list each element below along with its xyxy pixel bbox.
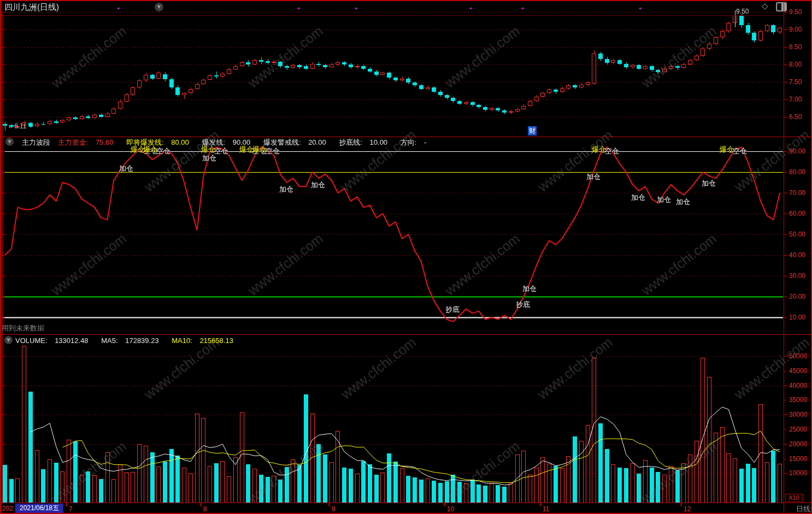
- volume-unit-label: X10: [785, 494, 803, 502]
- volume-axis-label: 25000: [789, 426, 807, 433]
- diamond-icon[interactable]: ◇: [762, 1, 768, 11]
- soon-burst-line: 即将爆发线: 80.00: [126, 138, 195, 146]
- month-label: 7: [69, 505, 73, 513]
- marker-dot: [117, 8, 119, 9]
- burst-line: 爆发线: 90.00: [202, 138, 256, 146]
- signal-kongcang: 空仓: [733, 147, 747, 155]
- signal-baocang: 爆仓: [143, 146, 157, 153]
- page-title: 四川九洲(日线): [4, 2, 59, 13]
- signal-jiacang: 加仓: [279, 186, 293, 193]
- volume-axis-label: 45000: [789, 368, 807, 374]
- direction: 方向: -: [401, 138, 432, 146]
- signal-jiacang: 加仓: [586, 173, 601, 181]
- collapse-indicator-icon[interactable]: ▼: [5, 138, 14, 146]
- volume-axis-label: 10000: [789, 470, 807, 476]
- future-data-note: 用到未来数据: [2, 323, 44, 333]
- indicator-header: 主力波段 主力资金: 75.60 即将爆发线: 80.00 爆发线: 90.00…: [22, 138, 437, 146]
- signal-kongcang: 空仓: [214, 147, 228, 155]
- finance-news-badge[interactable]: 财: [528, 126, 537, 135]
- marker-dot: [522, 8, 523, 9]
- chevron-down-icon[interactable]: ▼: [155, 3, 163, 11]
- volume-header: VOLUME: 133012.48 MA5: 172839.23 MA10: 2…: [15, 336, 244, 345]
- signal-baocang: 爆仓: [720, 146, 734, 153]
- signal-kongcang: 空仓: [266, 147, 280, 155]
- price-axis-label: 7.00: [789, 96, 802, 103]
- indicator-axis-label: 90.00: [789, 148, 805, 155]
- price-axis-label: 9.00: [789, 26, 802, 33]
- indicator-axis-label: 40.00: [789, 252, 805, 258]
- low-price-annotation: ←6.11: [8, 122, 26, 130]
- chart-canvas[interactable]: [0, 0, 812, 514]
- indicator-axis-label: 60.00: [789, 210, 805, 217]
- bottom-line: 抄底线: 10.00: [339, 138, 393, 146]
- volume-axis-label: 15000: [789, 456, 807, 462]
- month-label: 12: [684, 505, 691, 513]
- signal-jiacang: 加仓: [119, 165, 133, 173]
- fund-reading: 主力资金: 75.60: [58, 138, 119, 146]
- panel-divider-3: [0, 503, 812, 503]
- volume-axis-label: 50000: [789, 353, 807, 359]
- indicator-axis-label: 20.00: [789, 293, 805, 300]
- volume-reading: VOLUME: 133012.48: [15, 336, 94, 345]
- signal-jiacang: 加仓: [522, 285, 537, 293]
- signal-jiacang: 加仓: [202, 155, 216, 162]
- month-label: 10: [447, 505, 454, 513]
- ma10-reading: MA10: 215658.13: [172, 336, 239, 345]
- indicator-axis-label: 10.00: [789, 314, 805, 321]
- volume-axis-label: 35000: [789, 397, 807, 403]
- marker-dot: [298, 8, 299, 9]
- signal-baocang: 爆仓: [239, 146, 254, 153]
- marker-dot: [470, 8, 472, 9]
- signal-baocang: 爆仓: [201, 146, 215, 153]
- high-price-annotation: 9.50: [736, 8, 749, 15]
- indicator-axis-label: 80.00: [789, 169, 805, 175]
- collapse-volume-icon[interactable]: ▼: [4, 336, 13, 344]
- price-axis-label: 9.50: [789, 9, 802, 15]
- price-axis-label: 6.50: [789, 114, 802, 120]
- titlebar-divider: [0, 15, 784, 16]
- indicator-axis-label: 70.00: [789, 190, 805, 196]
- period-label[interactable]: 日线: [796, 504, 810, 514]
- indicator-axis-label: 30.00: [789, 273, 805, 279]
- signal-jiacang: 加仓: [631, 194, 645, 202]
- signal-kongcang: 空仓: [605, 147, 619, 155]
- panel-divider-2: [0, 334, 812, 335]
- axis-border: [784, 0, 784, 514]
- clipped-year-label: 202: [2, 505, 13, 512]
- month-label: 11: [543, 505, 549, 513]
- left-inner-border: [2, 14, 3, 503]
- signal-chaodi: 抄底: [445, 306, 460, 314]
- volume-axis-label: 30000: [789, 411, 807, 418]
- warn-line: 爆发警戒线: 20.00: [263, 138, 332, 146]
- signal-jiacang: 加仓: [311, 181, 325, 189]
- indicator-axis-label: 50.00: [789, 231, 805, 238]
- signal-jiacang: 加仓: [657, 196, 671, 204]
- marker-dot: [355, 8, 357, 9]
- current-date-cell[interactable]: 2021/06/18五: [15, 504, 63, 513]
- signal-jiacang: 加仓: [702, 180, 716, 187]
- panel-divider-1: [0, 137, 812, 137]
- signal-baocang: 爆仓: [252, 146, 267, 153]
- volume-axis-label: 40000: [789, 382, 807, 389]
- price-axis-label: 8.00: [789, 61, 802, 68]
- marker-dot: [639, 8, 641, 9]
- volume-axis-label: 20000: [789, 441, 807, 447]
- stock-app-window: www.cfchi.comwww.cfchi.comwww.cfchi.comw…: [0, 0, 812, 514]
- price-axis-label: 7.50: [789, 79, 802, 85]
- signal-kongcang: 空仓: [156, 147, 170, 155]
- panel-layout-icon[interactable]: [776, 2, 787, 11]
- month-label: 9: [332, 505, 336, 513]
- ma5-reading: MA5: 172839.23: [101, 336, 164, 345]
- price-axis-label: 8.50: [789, 44, 802, 50]
- month-label: 8: [203, 505, 207, 513]
- signal-chaodi: 抄底: [516, 301, 530, 309]
- indicator-name: 主力波段: [22, 138, 50, 146]
- signal-jiacang: 加仓: [676, 198, 690, 206]
- signal-baocang: 爆仓: [592, 146, 606, 153]
